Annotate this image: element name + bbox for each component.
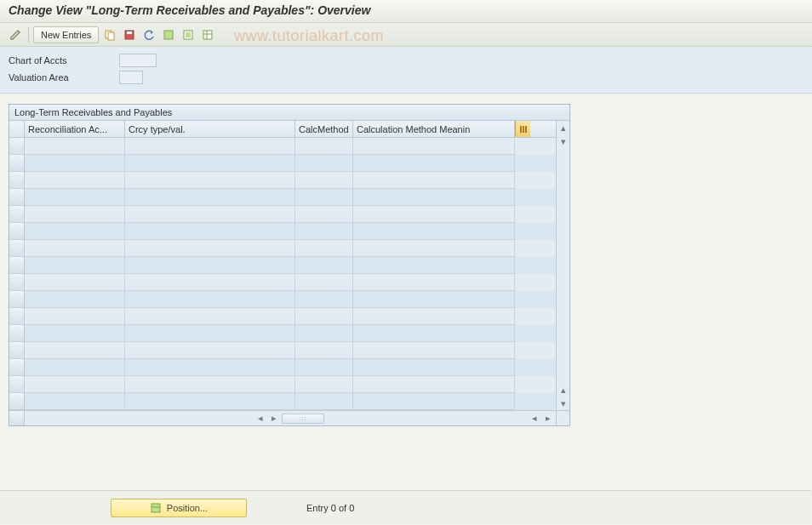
chart-of-accts-input[interactable] (119, 54, 157, 67)
cell-meaning[interactable] (353, 172, 515, 189)
copy-icon[interactable] (101, 26, 118, 43)
position-button[interactable]: Position... (111, 499, 247, 517)
cell-calcmethod[interactable] (295, 189, 353, 206)
row-selector[interactable] (9, 155, 25, 172)
cell-calcmethod[interactable] (295, 325, 353, 342)
table-row[interactable] (9, 308, 556, 325)
cell-meaning[interactable] (353, 342, 515, 359)
scroll-left2-icon[interactable]: ◂ (529, 413, 540, 425)
cell-crcy[interactable] (125, 138, 295, 155)
cell-crcy[interactable] (125, 189, 295, 206)
cell-reconciliation[interactable] (25, 257, 125, 274)
cell-crcy[interactable] (125, 274, 295, 291)
cell-meaning[interactable] (353, 393, 515, 410)
scroll-thumb[interactable]: ::: (282, 414, 324, 424)
table-row[interactable] (9, 325, 556, 342)
row-selector[interactable] (9, 189, 25, 206)
cell-reconciliation[interactable] (25, 393, 125, 410)
row-selector[interactable] (9, 291, 25, 308)
cell-calcmethod[interactable] (295, 138, 353, 155)
cell-meaning[interactable] (353, 376, 515, 393)
select-all-icon[interactable] (160, 26, 177, 43)
cell-meaning[interactable] (353, 189, 515, 206)
cell-reconciliation[interactable] (25, 359, 125, 376)
edit-icon[interactable] (7, 26, 24, 43)
vertical-scrollbar[interactable]: ▴ ▾ ▴ ▾ (556, 121, 569, 410)
horizontal-scrollbar[interactable]: ◂ ▸ ::: ◂ ▸ (9, 410, 569, 425)
cell-meaning[interactable] (353, 206, 515, 223)
cell-calcmethod[interactable] (295, 291, 353, 308)
undo-icon[interactable] (140, 26, 157, 43)
row-selector[interactable] (9, 138, 25, 155)
cell-calcmethod[interactable] (295, 155, 353, 172)
cell-reconciliation[interactable] (25, 342, 125, 359)
cell-meaning[interactable] (353, 138, 515, 155)
scroll-down-icon[interactable]: ▾ (557, 134, 569, 148)
cell-reconciliation[interactable] (25, 308, 125, 325)
cell-crcy[interactable] (125, 240, 295, 257)
cell-calcmethod[interactable] (295, 308, 353, 325)
cell-reconciliation[interactable] (25, 223, 125, 240)
table-row[interactable] (9, 240, 556, 257)
table-row[interactable] (9, 274, 556, 291)
configure-columns-icon[interactable] (515, 121, 530, 137)
table-row[interactable] (9, 342, 556, 359)
cell-meaning[interactable] (353, 325, 515, 342)
cell-reconciliation[interactable] (25, 189, 125, 206)
col-crcy[interactable]: Crcy type/val. (125, 121, 295, 137)
row-selector[interactable] (9, 376, 25, 393)
save-icon[interactable] (121, 26, 138, 43)
table-row[interactable] (9, 223, 556, 240)
deselect-all-icon[interactable] (180, 26, 197, 43)
cell-crcy[interactable] (125, 359, 295, 376)
row-selector[interactable] (9, 342, 25, 359)
select-all-column[interactable] (9, 121, 25, 137)
scroll-right2-icon[interactable]: ▸ (542, 413, 554, 425)
col-reconciliation[interactable]: Reconciliation Ac... (25, 121, 125, 137)
cell-calcmethod[interactable] (295, 223, 353, 240)
cell-crcy[interactable] (125, 325, 295, 342)
row-selector[interactable] (9, 223, 25, 240)
cell-meaning[interactable] (353, 359, 515, 376)
cell-crcy[interactable] (125, 393, 295, 410)
cell-meaning[interactable] (353, 155, 515, 172)
col-meaning[interactable]: Calculation Method Meanin (353, 121, 515, 137)
table-row[interactable] (9, 376, 556, 393)
row-selector[interactable] (9, 325, 25, 342)
cell-reconciliation[interactable] (25, 172, 125, 189)
new-entries-button[interactable]: New Entries (33, 26, 99, 43)
cell-crcy[interactable] (125, 257, 295, 274)
row-selector[interactable] (9, 274, 25, 291)
row-selector[interactable] (9, 308, 25, 325)
cell-reconciliation[interactable] (25, 291, 125, 308)
cell-meaning[interactable] (353, 274, 515, 291)
table-row[interactable] (9, 359, 556, 376)
cell-crcy[interactable] (125, 172, 295, 189)
cell-calcmethod[interactable] (295, 257, 353, 274)
row-selector[interactable] (9, 206, 25, 223)
cell-reconciliation[interactable] (25, 325, 125, 342)
table-row[interactable] (9, 155, 556, 172)
cell-reconciliation[interactable] (25, 376, 125, 393)
scroll-up-icon[interactable]: ▴ (557, 121, 569, 134)
cell-crcy[interactable] (125, 342, 295, 359)
cell-calcmethod[interactable] (295, 240, 353, 257)
cell-calcmethod[interactable] (295, 274, 353, 291)
table-row[interactable] (9, 291, 556, 308)
table-row[interactable] (9, 393, 556, 410)
cell-meaning[interactable] (353, 240, 515, 257)
cell-crcy[interactable] (125, 206, 295, 223)
table-settings-icon[interactable] (199, 26, 216, 43)
cell-calcmethod[interactable] (295, 359, 353, 376)
cell-reconciliation[interactable] (25, 240, 125, 257)
valuation-area-input[interactable] (119, 71, 143, 84)
scroll-left-icon[interactable]: ◂ (254, 413, 266, 425)
cell-crcy[interactable] (125, 308, 295, 325)
table-row[interactable] (9, 172, 556, 189)
cell-calcmethod[interactable] (295, 206, 353, 223)
cell-reconciliation[interactable] (25, 138, 125, 155)
cell-calcmethod[interactable] (295, 342, 353, 359)
scroll-up2-icon[interactable]: ▴ (557, 383, 569, 397)
cell-calcmethod[interactable] (295, 172, 353, 189)
cell-reconciliation[interactable] (25, 274, 125, 291)
